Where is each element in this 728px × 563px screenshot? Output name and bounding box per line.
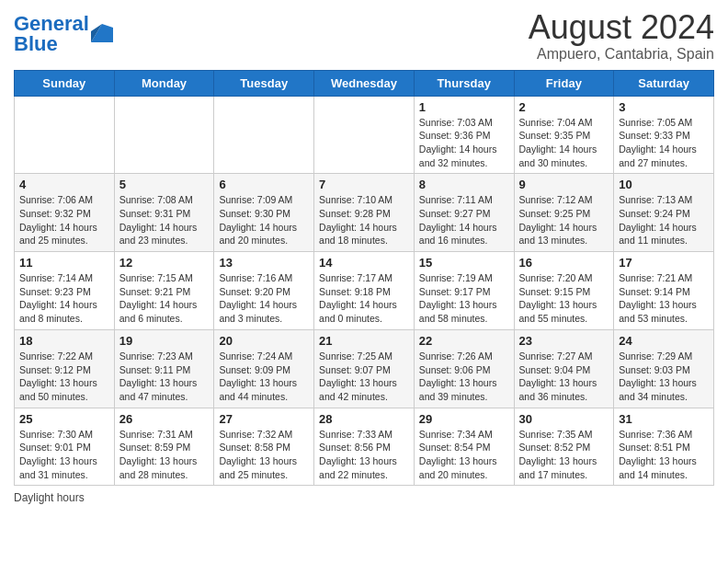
day-info: Sunrise: 7:22 AMSunset: 9:12 PMDaylight:…: [19, 350, 109, 404]
day-number: 31: [619, 412, 709, 426]
week-row: 25Sunrise: 7:30 AMSunset: 9:01 PMDayligh…: [15, 408, 714, 486]
day-info: Sunrise: 7:26 AMSunset: 9:06 PMDaylight:…: [419, 350, 509, 404]
day-info: Sunrise: 7:10 AMSunset: 9:28 PMDaylight:…: [319, 193, 409, 247]
calendar-cell: 15Sunrise: 7:19 AMSunset: 9:17 PMDayligh…: [414, 252, 514, 330]
day-number: 11: [19, 256, 109, 270]
calendar-cell: 23Sunrise: 7:27 AMSunset: 9:04 PMDayligh…: [514, 329, 614, 408]
day-info: Sunrise: 7:03 AMSunset: 9:36 PMDaylight:…: [419, 116, 509, 170]
day-number: 17: [619, 256, 709, 270]
day-number: 3: [619, 100, 709, 114]
day-number: 1: [419, 100, 509, 114]
day-info: Sunrise: 7:19 AMSunset: 9:17 PMDaylight:…: [419, 271, 509, 326]
day-info: Sunrise: 7:31 AMSunset: 8:59 PMDaylight:…: [119, 428, 210, 482]
calendar-cell: 14Sunrise: 7:17 AMSunset: 9:18 PMDayligh…: [314, 252, 415, 330]
day-number: 15: [419, 256, 509, 270]
day-number: 13: [219, 256, 309, 270]
day-info: Sunrise: 7:23 AMSunset: 9:11 PMDaylight:…: [119, 350, 210, 404]
day-of-week-header: Wednesday: [314, 70, 415, 96]
day-info: Sunrise: 7:36 AMSunset: 8:51 PMDaylight:…: [619, 428, 709, 482]
day-info: Sunrise: 7:21 AMSunset: 9:14 PMDaylight:…: [619, 271, 709, 326]
calendar-cell: 10Sunrise: 7:13 AMSunset: 9:24 PMDayligh…: [614, 174, 714, 252]
calendar-cell: 26Sunrise: 7:31 AMSunset: 8:59 PMDayligh…: [114, 408, 214, 486]
day-number: 7: [319, 178, 409, 191]
calendar-cell: 18Sunrise: 7:22 AMSunset: 9:12 PMDayligh…: [15, 329, 115, 408]
calendar-cell: 2Sunrise: 7:04 AMSunset: 9:35 PMDaylight…: [514, 96, 614, 174]
day-number: 27: [219, 412, 309, 426]
day-number: 12: [119, 256, 210, 270]
day-number: 5: [119, 178, 210, 191]
day-number: 19: [119, 334, 210, 348]
calendar-cell: 3Sunrise: 7:05 AMSunset: 9:33 PMDaylight…: [614, 96, 714, 174]
calendar-cell: 11Sunrise: 7:14 AMSunset: 9:23 PMDayligh…: [15, 252, 115, 330]
calendar-cell: 13Sunrise: 7:16 AMSunset: 9:20 PMDayligh…: [214, 252, 314, 330]
day-number: 9: [519, 178, 609, 191]
day-info: Sunrise: 7:05 AMSunset: 9:33 PMDaylight:…: [619, 116, 709, 170]
day-info: Sunrise: 7:32 AMSunset: 8:58 PMDaylight:…: [219, 428, 309, 482]
week-row: 11Sunrise: 7:14 AMSunset: 9:23 PMDayligh…: [15, 252, 714, 330]
day-of-week-header: Monday: [114, 70, 214, 96]
day-number: 14: [319, 256, 409, 270]
logo-blue: Blue: [14, 32, 58, 55]
day-of-week-header: Friday: [514, 70, 614, 96]
day-info: Sunrise: 7:17 AMSunset: 9:18 PMDaylight:…: [319, 271, 409, 326]
day-info: Sunrise: 7:12 AMSunset: 9:25 PMDaylight:…: [519, 193, 609, 247]
day-number: 18: [19, 334, 109, 348]
day-info: Sunrise: 7:33 AMSunset: 8:56 PMDaylight:…: [319, 428, 409, 482]
week-row: 18Sunrise: 7:22 AMSunset: 9:12 PMDayligh…: [15, 329, 714, 408]
day-of-week-header: Saturday: [614, 70, 714, 96]
week-row: 1Sunrise: 7:03 AMSunset: 9:36 PMDaylight…: [15, 96, 714, 174]
location: Ampuero, Cantabria, Spain: [529, 46, 714, 63]
calendar-cell: [15, 96, 115, 174]
day-number: 30: [519, 412, 609, 426]
calendar-cell: 19Sunrise: 7:23 AMSunset: 9:11 PMDayligh…: [114, 329, 214, 408]
day-info: Sunrise: 7:13 AMSunset: 9:24 PMDaylight:…: [619, 193, 709, 247]
title-area: August 2024 Ampuero, Cantabria, Spain: [529, 9, 714, 63]
calendar-table: SundayMondayTuesdayWednesdayThursdayFrid…: [14, 70, 714, 487]
calendar-cell: [114, 96, 214, 174]
day-number: 10: [619, 178, 709, 191]
day-of-week-header: Sunday: [15, 70, 115, 96]
day-number: 22: [419, 334, 509, 348]
calendar-cell: 28Sunrise: 7:33 AMSunset: 8:56 PMDayligh…: [314, 408, 415, 486]
day-of-week-header: Thursday: [414, 70, 514, 96]
calendar-cell: 24Sunrise: 7:29 AMSunset: 9:03 PMDayligh…: [614, 329, 714, 408]
day-number: 16: [519, 256, 609, 270]
calendar-cell: 21Sunrise: 7:25 AMSunset: 9:07 PMDayligh…: [314, 329, 415, 408]
calendar-cell: 31Sunrise: 7:36 AMSunset: 8:51 PMDayligh…: [614, 408, 714, 486]
day-info: Sunrise: 7:20 AMSunset: 9:15 PMDaylight:…: [519, 271, 609, 326]
calendar-cell: 25Sunrise: 7:30 AMSunset: 9:01 PMDayligh…: [15, 408, 115, 486]
day-info: Sunrise: 7:09 AMSunset: 9:30 PMDaylight:…: [219, 193, 309, 247]
calendar-cell: 5Sunrise: 7:08 AMSunset: 9:31 PMDaylight…: [114, 174, 214, 252]
day-number: 26: [119, 412, 210, 426]
day-number: 24: [619, 334, 709, 348]
day-number: 6: [219, 178, 309, 191]
day-info: Sunrise: 7:24 AMSunset: 9:09 PMDaylight:…: [219, 350, 309, 404]
calendar-cell: 9Sunrise: 7:12 AMSunset: 9:25 PMDaylight…: [514, 174, 614, 252]
logo-text: General Blue: [14, 14, 89, 54]
calendar-cell: 12Sunrise: 7:15 AMSunset: 9:21 PMDayligh…: [114, 252, 214, 330]
day-number: 2: [519, 100, 609, 114]
day-info: Sunrise: 7:27 AMSunset: 9:04 PMDaylight:…: [519, 350, 609, 404]
day-number: 21: [319, 334, 409, 348]
day-info: Sunrise: 7:14 AMSunset: 9:23 PMDaylight:…: [19, 271, 109, 326]
calendar-cell: 6Sunrise: 7:09 AMSunset: 9:30 PMDaylight…: [214, 174, 314, 252]
day-of-week-header: Tuesday: [214, 70, 314, 96]
calendar-cell: 20Sunrise: 7:24 AMSunset: 9:09 PMDayligh…: [214, 329, 314, 408]
day-number: 20: [219, 334, 309, 348]
days-header-row: SundayMondayTuesdayWednesdayThursdayFrid…: [15, 70, 714, 96]
calendar-cell: 27Sunrise: 7:32 AMSunset: 8:58 PMDayligh…: [214, 408, 314, 486]
calendar-cell: 22Sunrise: 7:26 AMSunset: 9:06 PMDayligh…: [414, 329, 514, 408]
day-info: Sunrise: 7:16 AMSunset: 9:20 PMDaylight:…: [219, 271, 309, 326]
calendar-cell: 1Sunrise: 7:03 AMSunset: 9:36 PMDaylight…: [414, 96, 514, 174]
calendar-cell: 4Sunrise: 7:06 AMSunset: 9:32 PMDaylight…: [15, 174, 115, 252]
calendar-cell: [214, 96, 314, 174]
day-number: 28: [319, 412, 409, 426]
day-info: Sunrise: 7:25 AMSunset: 9:07 PMDaylight:…: [319, 350, 409, 404]
logo-icon: [91, 24, 113, 42]
day-info: Sunrise: 7:34 AMSunset: 8:54 PMDaylight:…: [419, 428, 509, 482]
calendar-cell: 17Sunrise: 7:21 AMSunset: 9:14 PMDayligh…: [614, 252, 714, 330]
logo: General Blue: [14, 14, 113, 54]
footer-note: Daylight hours: [14, 491, 714, 504]
day-info: Sunrise: 7:06 AMSunset: 9:32 PMDaylight:…: [19, 193, 109, 247]
day-number: 29: [419, 412, 509, 426]
